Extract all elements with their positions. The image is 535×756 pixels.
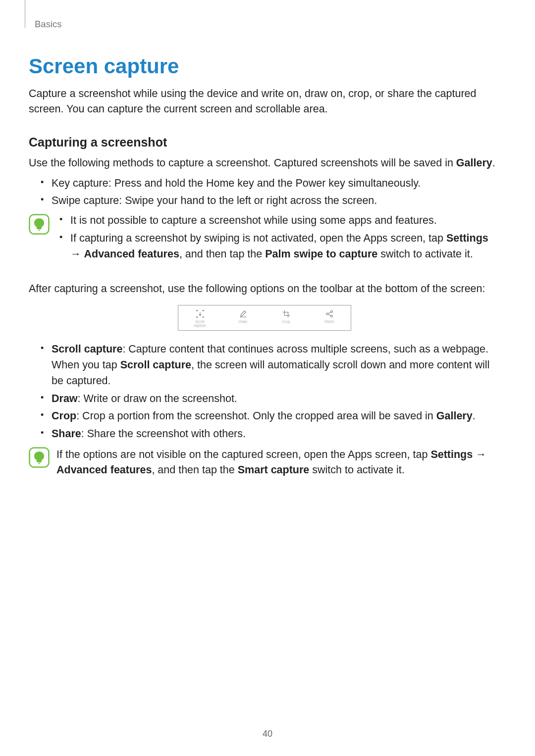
opt-crop-name: Crop (52, 410, 76, 422)
n2-pre: If the options are not visible on the ca… (56, 449, 430, 460)
lead-gallery: Gallery (456, 157, 492, 169)
options-list: Scroll capture: Capture content that con… (38, 342, 500, 442)
toolbar-label: Draw (239, 320, 247, 323)
document-page: Basics Screen capture Capture a screensh… (0, 0, 535, 756)
screenshot-toolbar: Scroll capture Draw Crop (178, 305, 351, 331)
toolbar-crop: Crop (265, 309, 308, 323)
note2-body: If the options are not visible on the ca… (56, 446, 500, 478)
n1b2-palm: Palm swipe to capture (265, 248, 377, 260)
option-scroll-capture: Scroll capture: Capture content that con… (38, 342, 500, 389)
lead-post: . (492, 157, 495, 169)
opt-crop-gallery: Gallery (436, 410, 473, 422)
scroll-capture-icon (196, 309, 205, 318)
n1b2-adv: Advanced features (84, 248, 179, 260)
section-label: Basics (35, 19, 62, 30)
share-icon (325, 309, 334, 318)
subheading-capturing: Capturing a screenshot (29, 135, 500, 150)
toolbar-figure: Scroll capture Draw Crop (29, 305, 500, 331)
lead-paragraph: Use the following methods to capture a s… (29, 155, 500, 171)
method-list: Key capture: Press and hold the Home key… (38, 176, 500, 209)
option-draw: Draw: Write or draw on the screenshot. (38, 391, 500, 407)
toolbar-scroll-capture: Scroll capture (178, 309, 221, 327)
header-rule (25, 0, 25, 28)
note1-item1: It is not possible to capture a screensh… (56, 213, 500, 229)
toolbar-label: Crop (282, 320, 290, 323)
opt-draw-name: Draw (52, 393, 78, 404)
n1b2-settings: Settings (446, 232, 488, 244)
n2-adv: Advanced features (56, 464, 152, 476)
lead-pre: Use the following methods to capture a s… (29, 157, 456, 169)
note-block-1: It is not possible to capture a screensh… (29, 213, 500, 264)
n2-post: switch to activate it. (309, 464, 404, 476)
option-crop: Crop: Crop a portion from the screenshot… (38, 408, 500, 424)
n2-arrow: → (473, 449, 486, 460)
svg-point-2 (326, 313, 328, 315)
after-paragraph: After capturing a screenshot, use the fo… (29, 281, 500, 297)
svg-point-1 (330, 311, 332, 313)
note1-list: It is not possible to capture a screensh… (56, 213, 500, 264)
n1b2-mid: , and then tap the (179, 248, 265, 260)
note-block-2: If the options are not visible on the ca… (29, 446, 500, 478)
page-number: 40 (0, 729, 535, 739)
n1b2-arrow: → (70, 248, 84, 260)
intro-paragraph: Capture a screenshot while using the dev… (29, 86, 500, 116)
toolbar-label2: capture (194, 324, 206, 327)
crop-icon (282, 309, 291, 318)
opt-scroll-name: Scroll capture (52, 343, 122, 355)
toolbar-label: Scroll (195, 320, 205, 323)
opt-crop-pre: : Crop a portion from the screenshot. On… (76, 410, 436, 422)
n1b2-post: switch to activate it. (377, 248, 473, 260)
toolbar-label: Share (324, 320, 334, 323)
page-title: Screen capture (29, 54, 500, 78)
toolbar-share: Share (308, 309, 351, 323)
opt-scroll-mid: Scroll capture (120, 359, 191, 371)
svg-point-3 (330, 315, 332, 317)
opt-share-text: : Share the screenshot with others. (81, 428, 246, 440)
bullet-swipe-capture: Swipe capture: Swipe your hand to the le… (38, 193, 500, 209)
toolbar-draw: Draw (221, 309, 265, 323)
n1b2-pre: If capturing a screenshot by swiping is … (70, 232, 446, 244)
opt-share-name: Share (52, 428, 81, 440)
bullet-key-capture: Key capture: Press and hold the Home key… (38, 176, 500, 192)
note1-item2: If capturing a screenshot by swiping is … (56, 231, 500, 262)
note-icon (29, 214, 50, 235)
opt-crop-post: . (473, 410, 476, 422)
n2-settings: Settings (430, 449, 473, 460)
opt-draw-text: : Write or draw on the screenshot. (78, 393, 237, 404)
option-share: Share: Share the screenshot with others. (38, 426, 500, 442)
n2-mid: , and then tap the (152, 464, 237, 476)
draw-icon (239, 309, 248, 318)
note-icon (29, 447, 50, 468)
n2-smart: Smart capture (238, 464, 310, 476)
